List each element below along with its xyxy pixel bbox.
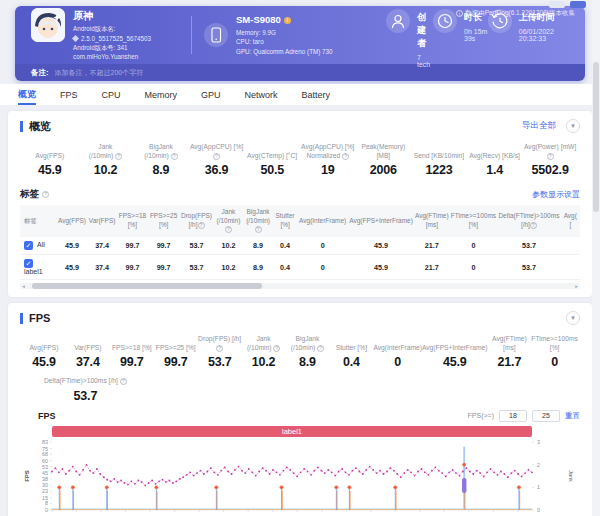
info-icon[interactable]: ? — [115, 153, 122, 160]
cell: 0 — [297, 255, 348, 280]
stat-value: 10.2 — [242, 355, 286, 369]
stat-value: 1223 — [411, 163, 467, 177]
stat-label: Jank(/10min) ? — [78, 142, 134, 160]
stat-ftime-100ms: FTime>=100ms [%]0 — [531, 334, 578, 369]
stat-drop-fps-h: Drop(FPS) [/h] ?53.7 — [198, 334, 242, 369]
stat-value: 45.9 — [22, 163, 78, 177]
stat-value: 5502.9 — [522, 163, 578, 177]
collapse-fps-button[interactable]: ▾ — [566, 311, 580, 325]
stat-value: 36.9 — [189, 163, 245, 177]
tab-概览[interactable]: 概览 — [18, 84, 36, 105]
cell: 53.7 — [179, 237, 214, 255]
corner-button-blue[interactable] — [570, 1, 586, 8]
cell: 10.2 — [214, 255, 243, 280]
fps-threshold-min-input[interactable] — [499, 410, 527, 422]
cell: 99.7 — [117, 237, 148, 255]
info-icon[interactable]: ? — [171, 153, 178, 160]
tags-info-icon[interactable]: ? — [42, 191, 49, 198]
phone-icon — [204, 23, 228, 47]
device-info-icon[interactable]: i — [284, 17, 291, 24]
svg-text:3: 3 — [537, 439, 540, 445]
table-row-label1[interactable]: ✓label145.937.499.799.753.710.28.90.4045… — [20, 255, 580, 280]
stat-value: 19 — [300, 163, 356, 177]
fps-threshold-max-input[interactable] — [532, 410, 560, 422]
fps-threshold-apply-link[interactable]: 重置 — [565, 411, 580, 421]
info-icon[interactable]: ? — [530, 222, 537, 229]
scroll-right-arrow-icon[interactable]: ▸ — [573, 283, 580, 289]
cell: 0.4 — [273, 237, 297, 255]
duration-value: 0h 15m 39s — [464, 28, 488, 42]
info-icon[interactable]: ? — [317, 345, 324, 352]
info-icon[interactable]: ? — [342, 153, 349, 160]
info-icon[interactable]: ? — [120, 378, 127, 385]
svg-text:68: 68 — [42, 451, 48, 457]
info-icon[interactable]: ? — [255, 226, 262, 233]
stat-avg-appcpu: Avg(AppCPU) [%]Normalized ?19 — [300, 142, 356, 177]
tab-cpu[interactable]: CPU — [102, 84, 121, 105]
page-vertical-scrollbar[interactable] — [592, 0, 600, 516]
tags-title: 标签 — [20, 188, 39, 201]
column-avg: Avg([ — [561, 205, 580, 237]
svg-text:Jank: Jank — [568, 470, 574, 482]
creator-label: 创建者 — [417, 11, 433, 50]
svg-text:30: 30 — [42, 482, 48, 488]
stat-label: Peak(Memory) [MB] — [356, 142, 412, 160]
info-icon[interactable]: ? — [225, 226, 232, 233]
cell: 45.9 — [57, 255, 88, 280]
tab-fps[interactable]: FPS — [60, 84, 78, 105]
column-drop-fps: Drop(FPS)[/h]? — [179, 205, 214, 237]
row-checkbox[interactable]: ✓ — [24, 241, 33, 250]
cell: 21.7 — [414, 237, 450, 255]
info-icon[interactable]: ? — [213, 153, 220, 160]
tab-network[interactable]: Network — [245, 84, 278, 105]
scrollbar-thumb[interactable] — [32, 283, 261, 289]
tab-battery[interactable]: Battery — [302, 84, 331, 105]
stat-label: Avg(InterFrame) — [373, 343, 422, 352]
tab-gpu[interactable]: GPU — [201, 84, 221, 105]
stat-label: Avg(AppCPU) [%]Normalized ? — [300, 142, 356, 160]
info-icon[interactable]: ? — [273, 345, 280, 352]
svg-text:23: 23 — [42, 488, 48, 494]
cell: 0 — [297, 237, 348, 255]
cell: 8.9 — [243, 237, 273, 255]
stat-value: 45.9 — [22, 355, 66, 369]
cell: 0.4 — [273, 255, 297, 280]
cell: 8.9 — [243, 255, 273, 280]
cell: 0 — [450, 255, 498, 280]
app-icon — [31, 8, 65, 42]
info-icon[interactable]: ? — [198, 222, 205, 229]
app-version-name-label: Android版本名: — [73, 24, 151, 33]
scroll-left-arrow-icon[interactable]: ◂ — [20, 283, 27, 289]
stat-value: 10.2 — [78, 163, 134, 177]
page-scrollbar-thumb[interactable] — [593, 62, 599, 212]
export-all-link[interactable]: 导出全部 — [522, 120, 556, 132]
cell: 37.4 — [87, 237, 117, 255]
column-jank: Jank(/10min)? — [214, 205, 243, 237]
stat-value: 99.7 — [110, 355, 154, 369]
table-horizontal-scrollbar[interactable]: ◂ ▸ — [20, 283, 580, 289]
stat-label: Drop(FPS) [/h] ? — [198, 334, 242, 352]
info-icon[interactable]: ? — [547, 153, 554, 160]
note-input[interactable] — [55, 69, 570, 76]
cell: 45.9 — [348, 255, 414, 280]
table-row-all[interactable]: ✓All45.937.499.799.753.710.28.90.4045.92… — [20, 237, 580, 255]
cell: 45.9 — [348, 237, 414, 255]
app-info: 原神 Android版本名: 2.5.0_5517525_5674503 And… — [73, 8, 151, 62]
stat-avg-fps-interframe: Avg(FPS+InterFrame)45.9 — [422, 334, 487, 369]
app-name: 原神 — [73, 8, 151, 23]
info-icon[interactable]: ? — [216, 345, 223, 352]
svg-text:45: 45 — [42, 470, 48, 476]
corner-button-light[interactable] — [549, 1, 565, 8]
cell: 99.7 — [117, 255, 148, 280]
row-checkbox[interactable]: ✓ — [24, 259, 33, 268]
stat-avg-appcpu: Avg(AppCPU) [%] ?36.9 — [189, 142, 245, 177]
stat-label: Avg(AppCPU) [%] ? — [189, 142, 245, 160]
device-info: SM-S9080 i Memory: 9.9G CPU: taro GPU: Q… — [236, 13, 333, 57]
param-display-settings-link[interactable]: 参数显示设置 — [532, 189, 580, 200]
cell: 10.2 — [214, 237, 243, 255]
svg-text:FPS: FPS — [24, 470, 30, 482]
stat-bigjank: BigJank(/10min) ?8.9 — [133, 142, 189, 177]
column-avg-ftime: Avg(FTime)[ms] — [414, 205, 450, 237]
tab-memory[interactable]: Memory — [145, 84, 178, 105]
collapse-overview-button[interactable]: ▾ — [566, 119, 580, 133]
